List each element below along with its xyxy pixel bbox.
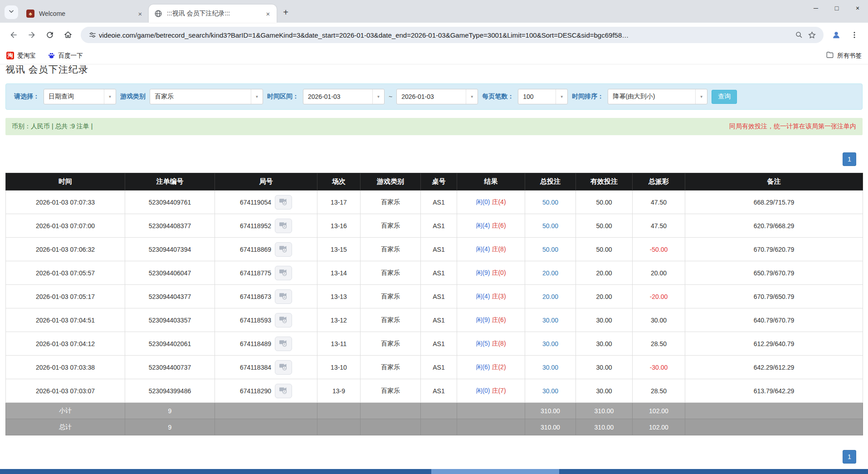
total-bet-link[interactable]: 20.00: [542, 293, 558, 300]
cell-table-no: AS1: [421, 191, 457, 214]
video-replay-button[interactable]: [275, 266, 292, 280]
total-bet-link[interactable]: 30.00: [542, 340, 558, 347]
video-replay-button[interactable]: [275, 195, 292, 210]
total-bet-link[interactable]: 20.00: [542, 269, 558, 277]
select-type-label: 请选择：: [14, 93, 39, 101]
per-page-value: 100: [518, 93, 556, 100]
query-type-select[interactable]: 日期查询 ▼: [44, 89, 116, 104]
zoom-icon[interactable]: [793, 29, 805, 41]
search-button[interactable]: 查询: [712, 90, 737, 104]
column-header: 总投注: [525, 173, 576, 191]
footer-result: [457, 419, 525, 435]
footer-remark: [685, 403, 863, 419]
result-banker: 庄(6): [492, 316, 506, 323]
table-header-row: 时间注单编号局号场次游戏类别桌号结果总投注有效投注总派彩备注: [6, 173, 863, 191]
video-replay-button[interactable]: [275, 384, 292, 398]
column-header: 结果: [457, 173, 525, 191]
address-bar[interactable]: videoie.com/game/betrecord_search/kind3?…: [81, 27, 824, 43]
per-page-select[interactable]: 100 ▼: [518, 89, 568, 104]
video-replay-button[interactable]: [275, 219, 292, 233]
tab-label: Welcome: [39, 10, 136, 17]
cell-valid-bet: 20.00: [576, 285, 633, 308]
url-text[interactable]: videoie.com/game/betrecord_search/kind3?…: [99, 31, 793, 39]
grand-total-row: 总计9310.00310.00102.00: [6, 419, 863, 435]
cell-session: 13-10: [317, 356, 361, 379]
result-player: 闲(4): [476, 245, 490, 253]
total-bet-link[interactable]: 50.00: [542, 246, 558, 253]
cell-total-bet: 30.00: [525, 356, 576, 379]
cell-time: 2026-01-03 07:05:17: [6, 285, 125, 308]
video-replay-button[interactable]: [275, 289, 292, 304]
back-button[interactable]: [6, 27, 21, 43]
result-player: 闲(0): [476, 198, 490, 205]
cell-session: 13-12: [317, 308, 361, 332]
per-page-label: 每页笔数：: [482, 93, 514, 101]
cell-table-no: AS1: [421, 332, 457, 356]
close-tab-icon[interactable]: ×: [264, 10, 272, 18]
minimize-button[interactable]: ─: [805, 0, 826, 16]
maximize-button[interactable]: □: [826, 0, 847, 16]
bookmark-label: 爱淘宝: [17, 52, 36, 60]
round-id-text: 674119054: [240, 199, 271, 206]
reload-button[interactable]: [42, 27, 58, 43]
video-replay-button[interactable]: [275, 337, 292, 351]
profile-icon[interactable]: [829, 27, 844, 43]
menu-icon[interactable]: [847, 27, 862, 43]
page-1-button[interactable]: 1: [843, 152, 856, 166]
date-start-select[interactable]: 2026-01-03 ▼: [303, 89, 385, 104]
cell-result: 闲(9) 庄(0): [457, 261, 525, 285]
home-button[interactable]: [60, 27, 76, 43]
tab-search-button[interactable]: [5, 5, 18, 19]
new-tab-button[interactable]: +: [279, 6, 292, 19]
total-bet-link[interactable]: 50.00: [542, 199, 558, 206]
chevron-down-icon: ▼: [104, 89, 116, 104]
cell-result: 闲(6) 庄(2): [457, 356, 525, 379]
game-kind-select[interactable]: 百家乐 ▼: [150, 89, 263, 104]
table-row: 2026-01-03 07:07:00523094408377674118952…: [6, 214, 863, 238]
tab-welcome[interactable]: ♣ Welcome ×: [21, 5, 149, 23]
video-replay-button[interactable]: [275, 242, 292, 257]
total-bet-link[interactable]: 30.00: [542, 364, 558, 371]
cell-bet-id: 523094403357: [125, 308, 215, 332]
round-id-text: 674118869: [240, 246, 271, 253]
all-bookmarks-button[interactable]: 所有书签: [826, 51, 862, 60]
total-bet-link[interactable]: 50.00: [542, 222, 558, 230]
close-tab-icon[interactable]: ×: [136, 10, 144, 18]
site-settings-icon[interactable]: [86, 29, 99, 41]
video-replay-button[interactable]: [275, 360, 292, 375]
table-row: 2026-01-03 07:04:51523094403357674118593…: [6, 308, 863, 332]
cell-payout: 28.50: [633, 332, 685, 356]
cell-round-id: 674118489: [215, 332, 317, 356]
total-bet-link[interactable]: 30.00: [542, 387, 558, 395]
date-start-value: 2026-01-03: [303, 93, 372, 100]
page-title-container: 视讯 会员下注纪录: [5, 65, 863, 75]
total-bet-link[interactable]: 30.00: [542, 317, 558, 324]
column-header: 局号: [215, 173, 317, 191]
tab-bet-record[interactable]: :::视讯 会员下注纪录::: ×: [149, 5, 277, 23]
time-sort-select[interactable]: 降幂(由大到小) ▼: [608, 89, 707, 104]
page-1-button[interactable]: 1: [843, 450, 856, 464]
chevron-down-icon: ▼: [251, 89, 263, 104]
cell-table-no: AS1: [421, 356, 457, 379]
table-row: 2026-01-03 07:07:33523094409761674119054…: [6, 191, 863, 214]
range-tilde: ~: [389, 93, 392, 100]
folder-icon: [826, 51, 837, 60]
footer-label: 小计: [6, 403, 125, 419]
cell-remark: 613.79/642.29: [685, 379, 863, 403]
bookmark-taobao[interactable]: 淘 爱淘宝: [6, 52, 36, 60]
cell-session: 13-11: [317, 332, 361, 356]
baidu-paw-icon: [48, 52, 55, 59]
cell-bet-id: 523094402061: [125, 332, 215, 356]
bookmark-baidu[interactable]: 百度一下: [48, 52, 83, 60]
close-window-button[interactable]: ×: [847, 0, 868, 16]
result-banker: 庄(4): [492, 198, 506, 205]
cell-total-bet: 30.00: [525, 379, 576, 403]
video-replay-button[interactable]: [275, 313, 292, 327]
date-end-select[interactable]: 2026-01-03 ▼: [396, 89, 478, 104]
column-header: 备注: [685, 173, 863, 191]
result-banker: 庄(7): [492, 387, 506, 394]
table-row: 2026-01-03 07:03:07523094399486674118290…: [6, 379, 863, 403]
bookmark-star-icon[interactable]: [805, 29, 818, 41]
cell-result: 闲(4) 庄(8): [457, 238, 525, 261]
forward-button[interactable]: [24, 27, 39, 43]
